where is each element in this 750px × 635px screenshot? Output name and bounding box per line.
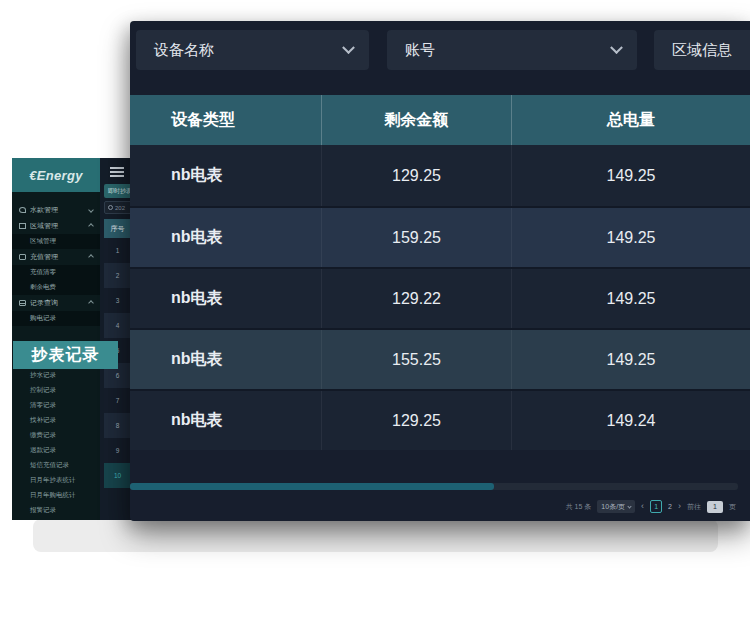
screenshot-canvas: €Energy 水款管理 区域管理 区域管理 充值管理 充值清零 (0, 0, 750, 635)
sidebar-item-payment-records[interactable]: 缴费记录 (12, 428, 100, 443)
next-page-button[interactable]: › (678, 500, 681, 513)
menu-icon[interactable] (110, 167, 124, 179)
sidebar-item-purchase-statistics[interactable]: 日月年购电统计 (12, 488, 100, 503)
index-row[interactable]: 4 (104, 313, 131, 338)
sidebar: €Energy 水款管理 区域管理 区域管理 充值管理 充值清零 (12, 158, 100, 520)
scrollbar-thumb[interactable] (130, 483, 494, 490)
app-logo: €Energy (12, 158, 100, 192)
sidebar-group-region[interactable]: 区域管理 (12, 218, 100, 234)
chevron-down-icon (610, 41, 623, 54)
page-button-1-active[interactable]: 1 (650, 500, 662, 513)
pagination-total: 共 15 条 (566, 502, 592, 512)
index-row[interactable]: 1 (104, 238, 131, 263)
sidebar-item-purchase-records[interactable]: 购电记录 (12, 311, 100, 326)
sidebar-item-clear-records[interactable]: 清零记录 (12, 398, 100, 413)
chevron-up-icon (88, 300, 94, 306)
column-header-total-power: 总电量 (511, 95, 750, 145)
region-info-select[interactable]: 区域信息 (654, 30, 750, 70)
sidebar-item-meter-reading-records-active[interactable]: 抄表记录 (13, 341, 118, 369)
sidebar-item-recharge-clear[interactable]: 充值清零 (12, 265, 100, 280)
instant-reading-button[interactable]: 即时抄表 (104, 184, 131, 198)
table-row[interactable]: nb电表 155.25 149.25 (130, 328, 750, 389)
sidebar-group-records[interactable]: 记录查询 (12, 295, 100, 311)
chevron-up-icon (88, 254, 94, 260)
card-icon (19, 254, 26, 260)
account-select[interactable]: 账号 (387, 30, 637, 70)
chevron-up-icon (88, 223, 94, 229)
index-row[interactable]: 8 (104, 413, 131, 438)
goto-suffix-label: 页 (729, 502, 736, 512)
page-button-2[interactable]: 2 (668, 503, 672, 510)
pagination: 共 15 条 10条/页 ‹ 1 2 › 前往 1 页 (566, 499, 736, 514)
underlying-page-shadow (33, 519, 718, 552)
sidebar-item-reading-statistics[interactable]: 日月年抄表统计 (12, 473, 100, 488)
chevron-down-icon (627, 504, 631, 508)
sidebar-group-payment[interactable]: 水款管理 (12, 202, 100, 218)
column-header-device-type: 设备类型 (130, 95, 321, 145)
index-row[interactable]: 3 (104, 288, 131, 313)
sidebar-item-water-reading-records[interactable]: 抄水记录 (12, 368, 100, 383)
table-row[interactable]: nb电表 129.22 149.25 (130, 267, 750, 328)
index-row[interactable]: 9 (104, 438, 131, 463)
table-row[interactable]: nb电表 129.25 149.25 (130, 145, 750, 206)
sidebar-group-recharge[interactable]: 充值管理 (12, 249, 100, 265)
index-column-header: 序号 (104, 219, 131, 238)
horizontal-scrollbar[interactable] (130, 483, 738, 490)
clock-icon (108, 205, 113, 210)
overlay-panel: 设备名称 账号 区域信息 设备类型 剩余金额 总电量 nb电表 129.25 1… (130, 21, 750, 521)
sidebar-item-alarm-records[interactable]: 报警记录 (12, 503, 100, 518)
sidebar-item-refund-records[interactable]: 退款记录 (12, 443, 100, 458)
sidebar-item-sms-recharge-records[interactable]: 短信充值记录 (12, 458, 100, 473)
chevron-down-icon (88, 207, 94, 213)
phone-icon (19, 207, 26, 213)
table-header: 设备类型 剩余金额 总电量 (130, 95, 750, 145)
building-icon (19, 223, 26, 229)
goto-page-input[interactable]: 1 (707, 501, 723, 513)
sidebar-item-remaining-fee[interactable]: 剩余电费 (12, 280, 100, 295)
document-icon (19, 300, 26, 306)
underlying-main-strip: 即时抄表 202 序号 1 2 3 4 5 6 7 8 9 10 (100, 158, 131, 520)
sidebar-item-control-records[interactable]: 控制记录 (12, 383, 100, 398)
app-logo-text: €Energy (29, 168, 82, 183)
table-row[interactable]: nb电表 159.25 149.25 (130, 206, 750, 267)
date-picker-fragment[interactable]: 202 (104, 201, 131, 214)
index-row[interactable]: 7 (104, 388, 131, 413)
goto-label: 前往 (687, 502, 701, 512)
prev-page-button[interactable]: ‹ (641, 500, 644, 513)
table-row[interactable]: nb电表 129.25 149.24 (130, 389, 750, 450)
chevron-down-icon (342, 41, 355, 54)
index-row[interactable]: 2 (104, 263, 131, 288)
column-header-remaining-amount: 剩余金额 (321, 95, 511, 145)
index-row-active[interactable]: 10 (104, 463, 131, 488)
table-body: nb电表 129.25 149.25 nb电表 159.25 149.25 nb… (130, 145, 750, 450)
per-page-select[interactable]: 10条/页 (597, 500, 635, 513)
sidebar-item-compensation-records[interactable]: 找补记录 (12, 413, 100, 428)
device-name-select[interactable]: 设备名称 (136, 30, 369, 70)
sidebar-item-region-manage[interactable]: 区域管理 (12, 234, 100, 249)
